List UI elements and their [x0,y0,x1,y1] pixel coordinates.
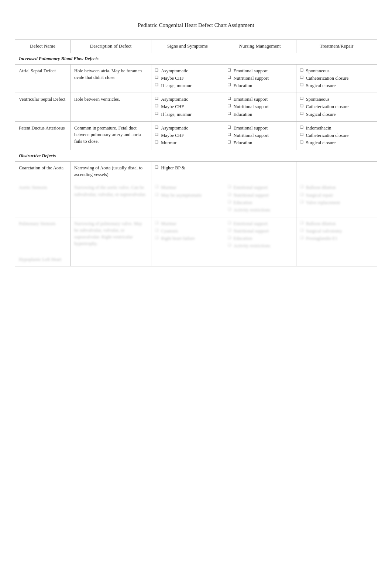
description-cell: Hole between ventricles. [71,93,151,121]
description-cell: Common in premature. Fetal duct between … [71,121,151,150]
section-header-label: Increased Pulmonary Blood Flow Defects [15,53,377,64]
description-cell: Hole between atria. May be foramen ovale… [71,64,151,93]
table-row-blurred: Pulmonary Stenosis Narrowing of pulmonar… [15,217,377,253]
signs-cell: ❑Asymptomatic❑Maybe CHF❑If large, murmur [151,64,224,93]
signs-cell: ❑Asymptomatic❑Maybe CHF❑If large, murmur [151,93,224,121]
section-header-row: Obstructive Defects [15,150,377,162]
table-row-blurred: Aortic Stenosis Narrowing of the aortic … [15,181,377,217]
signs-cell: ❑Higher BP & [151,162,224,181]
description-cell: Narrowing of pulmonary valve. May be sub… [71,217,151,253]
nursing-cell: ❑Emotional support❑Nutritional support❑E… [224,64,296,93]
defect-name-cell: Atrial Septal Defect [15,64,71,93]
nursing-cell [224,253,296,266]
description-cell: Narrowing of Aorta (usually distal to as… [71,162,151,181]
nursing-cell: ❑Emotional support❑Nutritional support❑E… [224,181,296,217]
header-defect-name: Defect Name [15,40,71,53]
page-title: Pediatric Congenital Heart Defect Chart … [15,22,377,28]
section-header-label: Obstructive Defects [15,150,377,162]
table-row: Coarctation of the Aorta Narrowing of Ao… [15,162,377,181]
signs-cell: ❑Asymptomatic❑Maybe CHF❑Murmur [151,121,224,150]
signs-cell: ❑Murmur❑Cyanosis❑Right heart failure [151,217,224,253]
header-description: Description of Defect [71,40,151,53]
defect-name-cell: Pulmonary Stenosis [15,217,71,253]
nursing-cell: ❑Emotional support❑Nutritional support❑E… [224,217,296,253]
nursing-cell: ❑Emotional support❑Nutritional support❑E… [224,93,296,121]
defect-name-cell: Patent Ductus Arteriosus [15,121,71,150]
table-row: Patent Ductus Arteriosus Common in prema… [15,121,377,150]
header-signs: Signs and Symptoms [151,40,224,53]
table-row-blurred-short: Hypoplastic Left Heart [15,253,377,266]
treatment-cell: ❑Indomethacin❑Catheterization closure❑Su… [296,121,377,150]
treatment-cell [296,162,377,181]
nursing-cell [224,162,296,181]
signs-cell [151,253,224,266]
treatment-cell: ❑Balloon dilation❑Surgical repair❑Valve … [296,181,377,217]
chart-table: Defect Name Description of Defect Signs … [15,39,377,266]
treatment-cell: ❑Balloon dilation❑Surgical valvotomy❑Pro… [296,217,377,253]
defect-name-cell: Aortic Stenosis [15,181,71,217]
header-nursing: Nursing Management [224,40,296,53]
section-header-row: Increased Pulmonary Blood Flow Defects [15,53,377,64]
treatment-cell: ❑Spontaneous❑Catheterization closure❑Sur… [296,93,377,121]
treatment-cell: ❑Spontaneous❑Catheterization closure❑Sur… [296,64,377,93]
header-treatment: Treatment/Repair [296,40,377,53]
treatment-cell [296,253,377,266]
nursing-cell: ❑Emotional support❑Nutritional support❑E… [224,121,296,150]
defect-name-cell: Hypoplastic Left Heart [15,253,71,266]
table-row: Atrial Septal Defect Hole between atria.… [15,64,377,93]
table-row: Ventricular Septal Defect Hole between v… [15,93,377,121]
signs-cell: ❑Murmur❑May be asymptomatic [151,181,224,217]
description-cell [71,253,151,266]
defect-name-cell: Coarctation of the Aorta [15,162,71,181]
description-cell: Narrowing of the aortic valve. Can be su… [71,181,151,217]
defect-name-cell: Ventricular Septal Defect [15,93,71,121]
